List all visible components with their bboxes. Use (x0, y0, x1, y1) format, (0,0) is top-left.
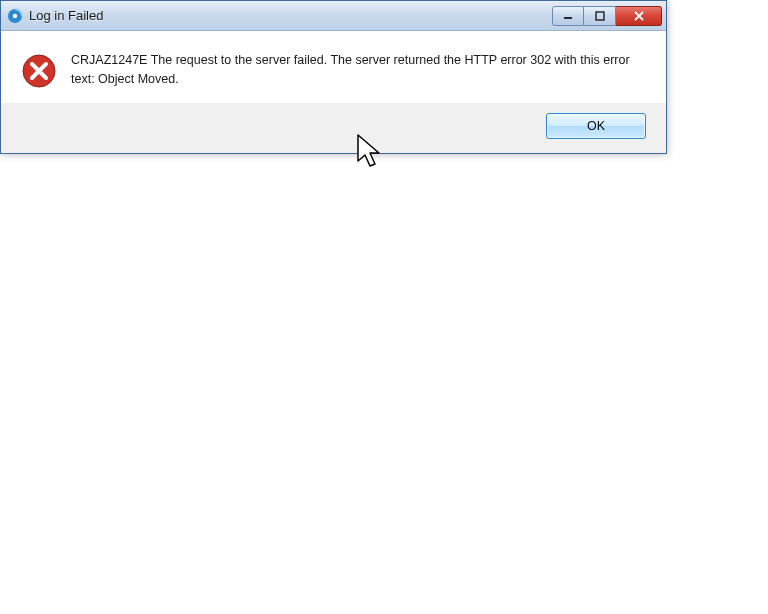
titlebar[interactable]: Log in Failed (1, 1, 666, 31)
dialog-body: CRJAZ1247E The request to the server fai… (1, 31, 666, 103)
svg-point-1 (13, 13, 17, 17)
app-icon (7, 8, 23, 24)
minimize-button[interactable] (552, 6, 584, 26)
error-dialog: Log in Failed CRJAZ1247E The request to … (0, 0, 667, 154)
svg-rect-3 (596, 12, 604, 20)
error-message: CRJAZ1247E The request to the server fai… (71, 51, 646, 89)
dialog-title: Log in Failed (29, 8, 552, 23)
svg-rect-2 (564, 17, 572, 19)
close-button[interactable] (616, 6, 662, 26)
window-controls (552, 6, 662, 26)
maximize-button[interactable] (584, 6, 616, 26)
error-icon (21, 53, 57, 89)
button-row: OK (1, 103, 666, 153)
ok-button[interactable]: OK (546, 113, 646, 139)
